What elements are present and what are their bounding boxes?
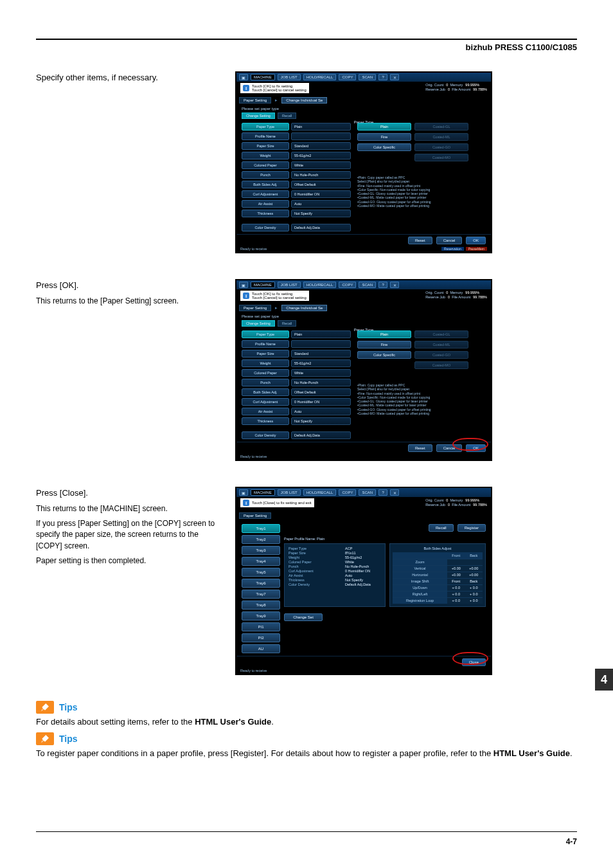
row-weight-label[interactable]: Weight: [242, 152, 289, 159]
opt-ml[interactable]: Coated-ML: [414, 133, 468, 141]
tray-button[interactable]: Tray1: [242, 524, 280, 533]
opt-gl[interactable]: Coated-GL: [414, 123, 468, 131]
tab-recall[interactable]: HOLD/RECALL: [303, 282, 337, 288]
opt-fine[interactable]: Fine: [357, 341, 411, 348]
tab-machine[interactable]: MACHINE: [251, 74, 275, 80]
crumb-change-individual[interactable]: Change Individual Se: [281, 305, 327, 311]
tab-joblist[interactable]: JOB LIST: [278, 74, 301, 80]
close-icon[interactable]: ✕: [390, 282, 399, 288]
cancel-button[interactable]: Cancel: [436, 444, 463, 452]
subtab-recall[interactable]: Recall: [278, 320, 296, 327]
cancel-button[interactable]: Cancel: [436, 237, 463, 244]
row-size-label[interactable]: Paper Size: [242, 142, 289, 150]
changeset-button[interactable]: Change Set: [284, 613, 323, 621]
recall-button[interactable]: Recall: [429, 524, 454, 532]
opt-gl[interactable]: Coated-GL: [414, 330, 468, 338]
row-weight-value: 55-61g/m2: [291, 152, 351, 159]
row-both-label[interactable]: Both Sides Adj.: [242, 181, 289, 188]
row-color-label[interactable]: Color Density: [242, 224, 289, 231]
row-punch-label[interactable]: Punch: [242, 379, 289, 386]
tab-joblist[interactable]: JOB LIST: [278, 282, 301, 288]
row-punch-label[interactable]: Punch: [242, 171, 289, 179]
tab-machine[interactable]: MACHINE: [251, 282, 275, 288]
tray-button[interactable]: Tray9: [242, 611, 280, 620]
row-profile-label[interactable]: Profile Name: [242, 132, 289, 140]
subtab-change[interactable]: Change Setting: [242, 320, 275, 327]
crumb-paper-setting[interactable]: Paper Setting: [239, 512, 271, 519]
tab-machine[interactable]: MACHINE: [251, 489, 275, 496]
tab-scan[interactable]: SCAN: [359, 282, 376, 288]
row-weight-label[interactable]: Weight: [242, 359, 289, 367]
row-thick-label[interactable]: Thickness: [242, 210, 289, 217]
tray-button[interactable]: Tray5: [242, 568, 280, 577]
register-button[interactable]: Register: [458, 524, 486, 532]
tab-scan[interactable]: SCAN: [359, 74, 376, 80]
tray-button[interactable]: Tray8: [242, 601, 280, 610]
row-thick-label[interactable]: Thickness: [242, 417, 289, 425]
detail-row: PunchNo Hole-Punch: [289, 565, 381, 568]
opt-ml[interactable]: Coated-ML: [414, 341, 468, 348]
opt-colorspec[interactable]: Color Specific: [357, 143, 411, 151]
close-icon[interactable]: ✕: [390, 489, 399, 496]
opt-plain[interactable]: Plain: [357, 330, 411, 338]
help-icon[interactable]: ?: [378, 74, 387, 80]
row-size-value: Standard: [291, 350, 351, 357]
row-colored-value: White: [291, 161, 351, 169]
opt-colorspec[interactable]: Color Specific: [357, 351, 411, 359]
crumb-paper-setting[interactable]: Paper Setting: [239, 305, 271, 311]
tray-button[interactable]: AU: [242, 644, 280, 653]
opt-fine[interactable]: Fine: [357, 133, 411, 141]
row-air-label[interactable]: Air Assist: [242, 408, 289, 415]
tab-joblist[interactable]: JOB LIST: [278, 489, 301, 496]
row-both-label[interactable]: Both Sides Adj.: [242, 388, 289, 396]
tips-icon: [36, 732, 54, 745]
tag-reservation: Reservation: [441, 247, 464, 251]
step2-lead: Press [OK].: [36, 279, 222, 292]
row-size-label[interactable]: Paper Size: [242, 350, 289, 357]
close-button[interactable]: Close: [462, 658, 486, 666]
tray-button[interactable]: Tray2: [242, 535, 280, 544]
row-curl-label[interactable]: Curl Adjustment: [242, 190, 289, 198]
tray-button[interactable]: Tray4: [242, 557, 280, 566]
tab-recall[interactable]: HOLD/RECALL: [303, 489, 337, 496]
reset-button[interactable]: Reset: [408, 237, 432, 244]
row-colored-label[interactable]: Colored Paper: [242, 369, 289, 377]
row-papertype-label[interactable]: Paper Type: [242, 330, 289, 338]
tray-button[interactable]: Tray6: [242, 579, 280, 588]
subtab-change[interactable]: Change Setting: [242, 113, 275, 119]
detail-row: Paper TypeACP: [289, 547, 381, 550]
tab-copy[interactable]: COPY: [339, 489, 356, 496]
opt-go[interactable]: Coated-GO: [414, 143, 468, 151]
tab-copy[interactable]: COPY: [339, 74, 356, 80]
help-icon[interactable]: ?: [378, 282, 387, 288]
tray-button[interactable]: Tray3: [242, 546, 280, 555]
paper-profile-header: Paper Profile Name: Plain: [284, 537, 486, 541]
status-ready: Ready to receive: [240, 455, 267, 458]
detail-row: Air AssistAuto: [289, 574, 381, 577]
reset-button[interactable]: Reset: [408, 444, 432, 452]
opt-mo[interactable]: Coated-MO: [414, 154, 468, 161]
subtab-recall[interactable]: Recall: [278, 113, 296, 119]
row-curl-label[interactable]: Curl Adjustment: [242, 398, 289, 406]
tray-button[interactable]: Tray7: [242, 590, 280, 599]
ok-button[interactable]: OK: [466, 237, 486, 244]
crumb-change-individual[interactable]: Change Individual Se: [281, 97, 327, 104]
crumb-paper-setting[interactable]: Paper Setting: [239, 97, 271, 104]
row-papertype-label[interactable]: Paper Type: [242, 123, 289, 131]
row-profile-label[interactable]: Profile Name: [242, 340, 289, 348]
opt-go[interactable]: Coated-GO: [414, 351, 468, 359]
opt-mo[interactable]: Coated-MO: [414, 361, 468, 369]
tray-button[interactable]: PI2: [242, 633, 280, 642]
tray-button[interactable]: PI1: [242, 622, 280, 631]
tab-scan[interactable]: SCAN: [359, 489, 376, 496]
row-air-label[interactable]: Air Assist: [242, 200, 289, 208]
row-color-label[interactable]: Color Density: [242, 431, 289, 439]
close-icon[interactable]: ✕: [390, 74, 399, 80]
tips-label: Tips: [59, 734, 78, 744]
tab-recall[interactable]: HOLD/RECALL: [303, 74, 337, 80]
tab-copy[interactable]: COPY: [339, 282, 356, 288]
help-icon[interactable]: ?: [378, 489, 387, 496]
opt-plain[interactable]: Plain: [357, 123, 411, 131]
ok-button[interactable]: OK: [466, 444, 486, 452]
row-colored-label[interactable]: Colored Paper: [242, 161, 289, 169]
